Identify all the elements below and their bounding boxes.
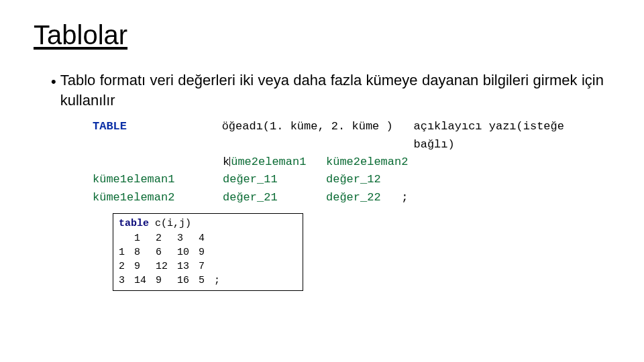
syntax-val-22-wrap: değer_22 ; — [326, 189, 408, 206]
example-cell: 9 — [156, 274, 177, 288]
example-cell: 13 — [177, 259, 199, 274]
syntax-colhead-1: küme2eleman1 — [223, 154, 310, 171]
slide: Tablolar • Tablo formatı veri değerleri … — [0, 0, 644, 311]
example-table: 1 2 3 4 1 8 6 10 9 2 9 12 13 7 — [119, 231, 229, 288]
example-cell: 10 — [177, 245, 199, 259]
example-empty-cell — [214, 231, 229, 245]
example-cell: 5 — [199, 274, 214, 288]
slide-title: Tablolar — [34, 20, 610, 50]
example-cell: 12 — [156, 259, 177, 274]
syntax-item-name: öğeadı(1. küme, 2. küme ) — [222, 118, 398, 154]
example-cell: 3 — [119, 274, 134, 288]
table-row: 1 8 6 10 9 — [119, 245, 229, 259]
syntax-rowlabel-1: küme1eleman1 — [93, 171, 207, 188]
example-cell: 2 — [119, 259, 134, 274]
syntax-row-1: küme1eleman1 değer_11 değer_12 — [93, 171, 610, 188]
spacer — [93, 154, 207, 171]
example-cell: 6 — [156, 245, 177, 259]
syntax-val-12: değer_12 — [326, 171, 413, 188]
syntax-description: açıklayıcı yazı(isteğe bağlı) — [414, 118, 610, 154]
example-semicolon: ; — [214, 274, 229, 288]
syntax-block: TABLE öğeadı(1. küme, 2. küme ) açıklayı… — [93, 118, 610, 206]
table-row: 2 9 12 13 7 — [119, 259, 229, 274]
table-row: 3 14 9 16 5 ; — [119, 274, 229, 288]
example-header-row: 1 2 3 4 — [119, 231, 229, 245]
colhead-prefix: k — [223, 156, 229, 168]
bullet-text: Tablo formatı veri değerleri iki veya da… — [60, 70, 604, 110]
bullet-dot-icon: • — [51, 70, 56, 92]
syntax-row-2: küme1eleman2 değer_21 değer_22 ; — [93, 189, 610, 206]
semicolon-char: ; — [401, 191, 408, 204]
example-empty-cell — [214, 245, 229, 259]
example-cell: 7 — [199, 259, 214, 274]
colhead-1-text: üme2eleman1 — [231, 156, 306, 168]
example-header-cell: 2 — [156, 231, 177, 245]
example-table-keyword: table — [119, 218, 149, 229]
syntax-val-21: değer_21 — [223, 189, 310, 206]
example-cell: 9 — [134, 259, 156, 274]
example-header-cell: 4 — [199, 231, 214, 245]
example-cell: 1 — [119, 245, 134, 259]
syntax-rowlabel-2: küme1eleman2 — [93, 189, 207, 206]
bullet-item: • Tablo formatı veri değerleri iki veya … — [51, 70, 604, 110]
example-box: table c(i,j) 1 2 3 4 1 8 6 10 9 2 9 1 — [113, 213, 303, 291]
syntax-colhead-2: küme2eleman2 — [326, 154, 413, 171]
example-header-cell — [119, 231, 134, 245]
example-cell: 8 — [134, 245, 156, 259]
syntax-val-22: değer_22 — [326, 191, 381, 204]
example-empty-cell — [214, 259, 229, 274]
example-header-cell: 3 — [177, 231, 199, 245]
example-call: c(i,j) — [149, 218, 191, 229]
syntax-row-colheads: küme2eleman1 küme2eleman2 — [93, 154, 610, 171]
syntax-semicolon: ; — [388, 191, 409, 204]
syntax-val-11: değer_11 — [223, 171, 310, 188]
example-cell: 14 — [134, 274, 156, 288]
example-header-cell: 1 — [134, 231, 156, 245]
example-cell: 16 — [177, 274, 199, 288]
example-declaration: table c(i,j) — [119, 217, 297, 231]
syntax-row-header: TABLE öğeadı(1. küme, 2. küme ) açıklayı… — [93, 118, 610, 154]
table-keyword: TABLE — [93, 118, 206, 154]
example-cell: 9 — [199, 245, 214, 259]
